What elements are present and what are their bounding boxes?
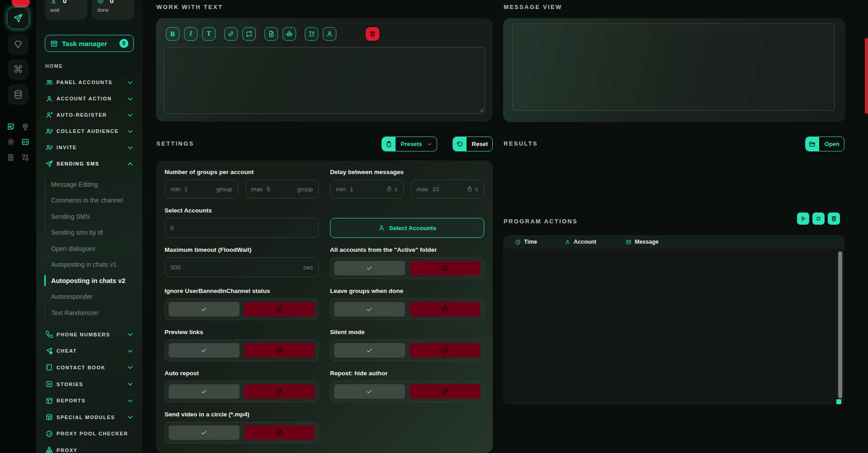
report-icon bbox=[45, 397, 53, 405]
toggle-on-option[interactable] bbox=[334, 261, 405, 275]
sidebar-item-reports[interactable]: REPORTS bbox=[36, 392, 142, 409]
toggle-off-option[interactable] bbox=[244, 302, 315, 316]
sidebar-item-panel-accounts[interactable]: PANEL ACCOUNTS bbox=[36, 74, 142, 90]
diamond-rail-button[interactable] bbox=[8, 34, 28, 55]
start-button[interactable] bbox=[797, 212, 809, 225]
message-textarea[interactable] bbox=[164, 47, 485, 114]
toggle-on-option[interactable] bbox=[169, 384, 240, 399]
sidebar-item-stories[interactable]: STORIES bbox=[36, 376, 142, 392]
toggle-off-option[interactable] bbox=[410, 261, 481, 275]
sidebar-item-cheat[interactable]: CHEAT bbox=[36, 343, 142, 359]
check-icon bbox=[366, 264, 373, 272]
swap-grid-button[interactable] bbox=[20, 152, 31, 163]
table-scrollbar-thumb[interactable] bbox=[838, 251, 842, 398]
submenu-comments-channel[interactable]: Comments in the channel bbox=[45, 193, 142, 209]
wait-count: 0 bbox=[63, 0, 66, 5]
reset-button[interactable]: Reset bbox=[453, 137, 493, 151]
submenu-message-editing[interactable]: Message Editing bbox=[45, 176, 142, 193]
user-list-icon bbox=[45, 144, 53, 151]
bot-button[interactable] bbox=[283, 27, 296, 41]
sidebar-item-sending-sms[interactable]: SENDING SMS bbox=[36, 156, 142, 172]
toggle-off-option[interactable] bbox=[410, 384, 481, 399]
sidebar-item-proxy[interactable]: PROXY bbox=[36, 442, 142, 453]
timeout-input[interactable]: 500 sec bbox=[165, 257, 319, 277]
stop-button[interactable] bbox=[812, 212, 825, 225]
task-window-icon bbox=[50, 40, 58, 47]
mention-user-button[interactable] bbox=[323, 27, 336, 41]
submenu-open-dialogues[interactable]: Open dialogues bbox=[45, 241, 142, 257]
toggle-on-option[interactable] bbox=[169, 425, 240, 440]
server-check-button[interactable] bbox=[5, 121, 16, 132]
toggle-on-option[interactable] bbox=[334, 343, 405, 358]
webcam-button[interactable] bbox=[20, 121, 31, 132]
toggle-off-option[interactable] bbox=[410, 302, 481, 316]
sidebar-item-invite[interactable]: INVITE bbox=[36, 139, 142, 156]
delay-max-input[interactable]: max 10 c bbox=[411, 179, 485, 198]
block-icon bbox=[275, 429, 283, 437]
presets-button[interactable]: Presets bbox=[382, 137, 437, 151]
check-icon bbox=[200, 347, 208, 354]
open-results-button[interactable]: Open bbox=[805, 137, 844, 151]
clear-text-button[interactable] bbox=[366, 27, 379, 41]
send-rail-button[interactable] bbox=[8, 8, 28, 28]
sidebar-item-home[interactable]: HOME bbox=[36, 58, 142, 74]
groups-max-input[interactable]: max 5 group bbox=[245, 179, 319, 198]
submenu-sending-sms[interactable]: Sending SMS bbox=[45, 208, 142, 225]
check-icon bbox=[366, 347, 373, 354]
program-actions-buttons bbox=[797, 212, 840, 225]
toggle-off-option[interactable] bbox=[244, 384, 315, 399]
delay-min-input[interactable]: min 1 c bbox=[330, 179, 404, 198]
select-accounts-button[interactable]: Select Accounts bbox=[330, 218, 484, 238]
sidebar-item-special-modules[interactable]: SPECIAL MODULES bbox=[36, 409, 142, 425]
submenu-autoposting-v2[interactable]: Autoposting in chats v2 bbox=[45, 273, 142, 289]
code-window-button[interactable] bbox=[20, 137, 31, 147]
sidebar-item-account-action[interactable]: ACCOUNT ACTION bbox=[36, 90, 142, 107]
leave-groups-label: Leave groups when done bbox=[330, 288, 484, 294]
submenu-text-randomizer[interactable]: Text Randomizer bbox=[45, 305, 142, 321]
page-scrollbar-thumb[interactable] bbox=[865, 38, 868, 113]
notification-red-button[interactable] bbox=[12, 0, 30, 7]
document-check-button[interactable] bbox=[5, 152, 16, 163]
repost-hide-author-label: Repost: hide author bbox=[330, 370, 484, 377]
command-rail-button[interactable]: ⌘ bbox=[8, 59, 28, 80]
toggle-off-option[interactable] bbox=[410, 343, 481, 358]
settings-button[interactable] bbox=[5, 137, 16, 147]
text-format-button[interactable] bbox=[305, 27, 318, 41]
chevron-down-icon bbox=[126, 413, 134, 421]
repeat-button[interactable] bbox=[242, 27, 256, 41]
clear-log-button[interactable] bbox=[828, 212, 840, 225]
toggle-off-option[interactable] bbox=[244, 343, 315, 358]
sidebar-item-auto-register[interactable]: AUTO-REGISTER bbox=[36, 107, 142, 123]
text-toolbar: B I T bbox=[166, 27, 384, 41]
sidebar-item-contact-book[interactable]: CONTACT BOOK bbox=[36, 359, 142, 376]
table-resize-handle[interactable] bbox=[836, 399, 841, 404]
folder-icon bbox=[809, 141, 816, 148]
text-style-button[interactable]: T bbox=[202, 27, 216, 41]
submenu-autoresponder[interactable]: Autoresponder bbox=[45, 289, 142, 305]
bold-button[interactable]: B bbox=[166, 27, 179, 41]
groups-min-input[interactable]: min 1 group bbox=[165, 179, 238, 198]
stats-row: 0 wait 0 done bbox=[45, 0, 134, 20]
chevron-down-icon bbox=[126, 380, 134, 388]
toggle-on-option[interactable] bbox=[169, 343, 240, 358]
italic-button[interactable]: I bbox=[184, 27, 198, 41]
toggle-off-option[interactable] bbox=[244, 425, 315, 440]
wait-label: wait bbox=[50, 7, 82, 13]
file-insert-button[interactable] bbox=[264, 27, 278, 41]
toggle-on-option[interactable] bbox=[169, 302, 240, 316]
toggle-on-option[interactable] bbox=[334, 384, 405, 399]
chevron-down-icon bbox=[427, 142, 432, 147]
done-label: done bbox=[97, 7, 129, 13]
link-button[interactable] bbox=[224, 27, 238, 41]
diamond-icon bbox=[13, 39, 23, 49]
submenu-autoposting-v1[interactable]: Autoposting in chats v1 bbox=[45, 257, 142, 273]
toggle-on-option[interactable] bbox=[334, 302, 405, 316]
submenu-sending-sms-by-id[interactable]: Sending sms by id bbox=[45, 225, 142, 241]
accounts-count-input[interactable]: 0 bbox=[165, 218, 319, 238]
sidebar-item-collect-audience[interactable]: COLLECT AUDIENCE bbox=[36, 123, 142, 139]
sidebar-item-proxy-pool-checker[interactable]: PROXY POOL CHECKER bbox=[36, 425, 142, 442]
database-rail-button[interactable] bbox=[8, 84, 28, 105]
message-view-title: MESSAGE VIEW bbox=[504, 4, 562, 10]
task-manager-button[interactable]: Task manager 0 bbox=[45, 35, 134, 52]
sidebar-item-phone-numbers[interactable]: PHONE NUMBERS bbox=[36, 326, 142, 343]
